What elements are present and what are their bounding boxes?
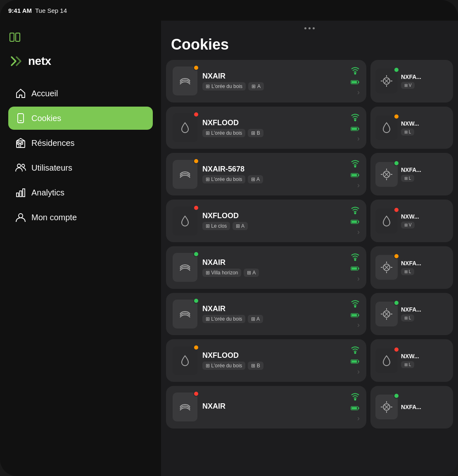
sidebar-toggle-icon[interactable] — [8, 31, 21, 44]
device-card-right-4[interactable]: NXW... ⊞ V — [370, 200, 453, 242]
device-info-right-1: NXFA... ⊞ V — [401, 74, 448, 89]
device-card-right-3[interactable]: NXFA... ⊞ L — [370, 153, 453, 195]
user-icon — [15, 212, 26, 223]
wifi-icon-1 — [351, 66, 360, 76]
svg-rect-29 — [358, 174, 359, 176]
status-dot-green-r6 — [394, 300, 399, 306]
device-name-right-5: NXFA... — [401, 260, 448, 267]
device-tag-location-6: ⊞ L'orée du bois — [202, 315, 245, 323]
sidebar-item-analytics[interactable]: Analytics — [8, 181, 153, 204]
device-tag-right-4: ⊞ V — [401, 221, 415, 228]
device-tags-3: ⊞ L'orée du bois ⊞ A — [202, 175, 346, 183]
svg-rect-12 — [23, 189, 25, 197]
device-right-2: › — [351, 112, 360, 143]
device-tags-right-4: ⊞ V — [401, 221, 448, 228]
device-icon-right-8 — [375, 395, 398, 419]
chevron-icon-6: › — [357, 321, 360, 329]
sidebar-item-residences[interactable]: Résidences — [8, 131, 153, 155]
sidebar-item-label-accueil: Accueil — [31, 89, 58, 98]
status-dot-orange-1 — [193, 65, 199, 71]
device-info-right-5: NXFA... ⊞ L — [401, 260, 448, 275]
chevron-icon-1: › — [357, 88, 360, 97]
device-right-8: › — [351, 392, 360, 423]
main-header — [161, 21, 458, 33]
device-card-nxair-villa[interactable]: NXAIR ⊞ Villa horizon ⊞ A — [166, 246, 366, 289]
device-card-right-7[interactable]: NXW... ⊞ L — [370, 339, 453, 382]
device-card-nxair-8[interactable]: NXAIR — [166, 386, 366, 428]
battery-icon-1 — [351, 80, 360, 85]
device-card-nxflood-2[interactable]: NXFLOOD ⊞ Le clos ⊞ A — [166, 200, 366, 242]
device-card-nxair-1[interactable]: NXAIR ⊞ L'orée du bois ⊞ A — [166, 60, 366, 102]
device-name-right-3: NXFA... — [401, 167, 448, 173]
device-tags-right-7: ⊞ L — [401, 361, 448, 368]
device-card-nxair-6[interactable]: NXAIR ⊞ L'orée du bois ⊞ A — [166, 293, 366, 336]
svg-rect-39 — [351, 221, 357, 223]
sidebar-item-accueil[interactable]: Accueil — [8, 82, 153, 105]
device-name-1: NXAIR — [202, 72, 346, 81]
status-date: Tue Sep 14 — [35, 7, 67, 14]
svg-rect-0 — [10, 33, 14, 41]
sidebar-header — [8, 27, 153, 44]
chevron-icon-7: › — [357, 367, 360, 376]
svg-point-36 — [355, 213, 356, 214]
sidebar-item-cookies[interactable]: Cookies — [8, 107, 153, 130]
svg-rect-51 — [358, 314, 359, 316]
chevron-icon-5: › — [357, 274, 360, 283]
device-icon-right-3 — [375, 162, 398, 187]
sidebar-item-label-cookies: Cookies — [31, 114, 61, 123]
device-card-right-6[interactable]: NXFA... ⊞ L — [370, 293, 453, 336]
device-right-1: › — [351, 66, 360, 97]
device-card-nxflood-1[interactable]: NXFLOOD ⊞ L'orée du bois ⊞ B — [166, 107, 366, 149]
device-tags-right-1: ⊞ V — [401, 82, 448, 89]
device-info-right-7: NXW... ⊞ L — [401, 353, 448, 368]
battery-icon-6 — [351, 313, 360, 318]
device-info-right-4: NXW... ⊞ V — [401, 213, 448, 228]
status-dot-red-2 — [193, 112, 199, 117]
device-icon-right-2 — [375, 115, 398, 140]
device-icon-right-5 — [375, 255, 398, 280]
device-tag-location-7: ⊞ L'orée du bois — [202, 362, 245, 370]
device-tag-location-2: ⊞ L'orée du bois — [202, 129, 245, 137]
sidebar-item-utilisateurs[interactable]: Utilisateurs — [8, 156, 153, 179]
device-tags-4: ⊞ Le clos ⊞ A — [202, 222, 346, 230]
device-tag-right-7: ⊞ L — [401, 361, 414, 368]
battery-icon-2 — [351, 126, 360, 131]
device-card-right-5[interactable]: NXFA... ⊞ L — [370, 246, 453, 289]
battery-icon-8 — [351, 406, 360, 411]
device-name-3: NXAIR-5678 — [202, 165, 346, 174]
chevron-icon-3: › — [357, 181, 360, 190]
svg-rect-6 — [21, 142, 23, 144]
device-name-5: NXAIR — [202, 258, 346, 267]
device-right-7: › — [351, 345, 360, 376]
device-icon-flood-7 — [173, 346, 197, 375]
device-tag-location-4: ⊞ Le clos — [202, 222, 230, 230]
device-tags-right-5: ⊞ L — [401, 268, 448, 275]
device-card-right-2[interactable]: NXW... ⊞ L — [370, 107, 453, 149]
logo-icon — [10, 54, 25, 69]
status-time: 9:41 AM — [8, 7, 32, 14]
device-icon-flood-1 — [173, 113, 197, 142]
battery-icon-3 — [351, 173, 360, 178]
device-card-right-1[interactable]: NXFA... ⊞ V — [370, 60, 453, 102]
device-name-right-8: NXFA... — [401, 404, 448, 410]
device-card-right-8[interactable]: NXFA... — [370, 386, 453, 428]
wifi-icon-2 — [351, 112, 360, 123]
status-dot-green-r1 — [394, 67, 399, 73]
device-card-nxflood-3[interactable]: NXFLOOD ⊞ L'orée du bois ⊞ B — [166, 339, 366, 382]
device-card-nxair-5678[interactable]: NXAIR-5678 ⊞ L'orée du bois ⊞ A — [166, 153, 366, 195]
sidebar-item-label-residences: Résidences — [31, 138, 75, 148]
device-right-3: › — [351, 159, 360, 190]
svg-rect-61 — [351, 360, 357, 363]
device-tag-location-1: ⊞ L'orée du bois — [202, 82, 246, 90]
device-name-2: NXFLOOD — [202, 119, 346, 127]
device-icon-flood-4 — [173, 207, 197, 236]
status-dot-orange-7 — [193, 345, 199, 350]
sidebar-item-label-utilisateurs: Utilisateurs — [31, 163, 72, 173]
cards-container: NXAIR ⊞ L'orée du bois ⊞ A — [161, 60, 458, 476]
sidebar-item-mon-compte[interactable]: Mon compte — [8, 206, 153, 229]
status-dot-red-8 — [193, 391, 199, 397]
chevron-icon-8: › — [357, 414, 360, 423]
svg-point-9 — [22, 164, 25, 167]
device-right-6: › — [351, 299, 360, 330]
device-info-6: NXAIR ⊞ L'orée du bois ⊞ A — [202, 305, 346, 323]
